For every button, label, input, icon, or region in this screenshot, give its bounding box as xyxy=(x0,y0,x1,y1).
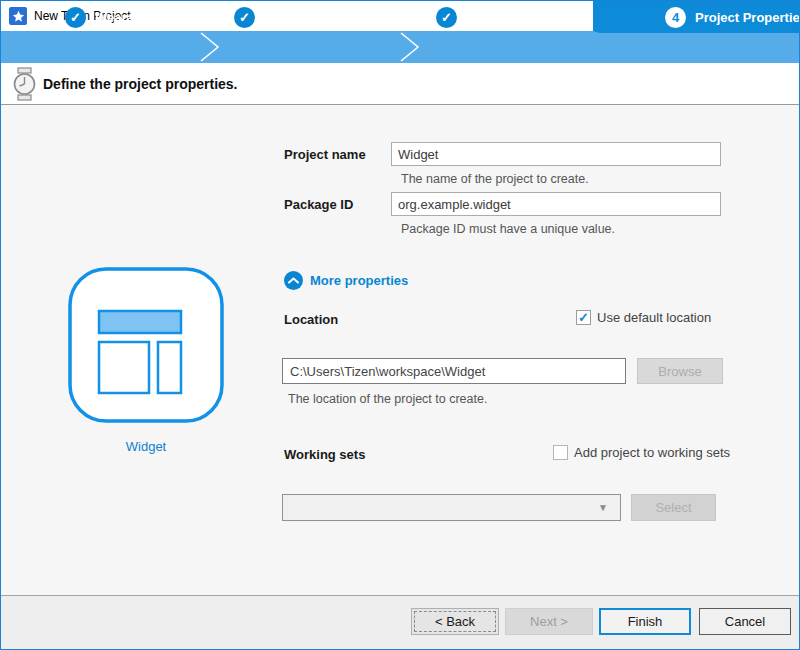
package-id-helper: Package ID must have a unique value. xyxy=(401,222,615,236)
project-name-helper: The name of the project to create. xyxy=(401,172,589,186)
back-button[interactable]: < Back xyxy=(411,608,499,635)
widget-preview-icon xyxy=(67,266,225,424)
chevron-up-icon xyxy=(284,271,303,290)
preview-label: Widget xyxy=(67,439,225,454)
package-id-input[interactable] xyxy=(391,192,721,216)
working-sets-dropdown[interactable]: ▼ xyxy=(282,494,621,521)
step-label: Project Properties xyxy=(695,10,800,25)
add-to-working-sets-label: Add project to working sets xyxy=(574,445,730,460)
wizard-header: Define the project properties. xyxy=(1,63,799,105)
unchecked-checkbox-icon xyxy=(553,445,568,460)
project-name-label: Project name xyxy=(284,147,366,162)
select-button[interactable]: Select xyxy=(631,494,716,521)
step-wearable[interactable]: ✓ Wearable v5.5 xyxy=(1,1,197,33)
more-properties-toggle[interactable]: More properties xyxy=(284,271,408,290)
step-label: Native xyxy=(264,10,303,25)
next-button[interactable]: Next > xyxy=(505,608,593,635)
add-to-working-sets-checkbox[interactable]: Add project to working sets xyxy=(553,445,730,460)
package-id-label: Package ID xyxy=(284,197,353,212)
step-arrow-separator xyxy=(593,31,645,63)
step-number-badge: 4 xyxy=(665,7,686,28)
step-widget[interactable]: ✓ Widget xyxy=(401,1,593,33)
location-label: Location xyxy=(284,312,338,327)
step-separator-chevron xyxy=(198,31,222,63)
more-properties-label: More properties xyxy=(310,273,408,288)
new-tizen-project-dialog: New Tizen Project — ✕ ✓ Wearable v5.5 ✓ … xyxy=(0,0,800,650)
wizard-description: Define the project properties. xyxy=(43,76,237,92)
check-icon: ✓ xyxy=(436,7,457,28)
step-native[interactable]: ✓ Native xyxy=(201,1,393,33)
working-sets-label: Working sets xyxy=(284,447,365,462)
step-separator-chevron xyxy=(398,31,422,63)
dropdown-arrow-icon: ▼ xyxy=(598,502,608,513)
check-icon: ✓ xyxy=(65,7,86,28)
use-default-location-label: Use default location xyxy=(597,310,711,325)
check-icon: ✓ xyxy=(234,7,255,28)
content-area: Widget Project name The name of the proj… xyxy=(1,105,799,595)
finish-button[interactable]: Finish xyxy=(599,608,691,635)
cancel-button[interactable]: Cancel xyxy=(699,608,791,635)
location-helper: The location of the project to create. xyxy=(288,392,487,406)
step-label: Wearable v5.5 xyxy=(95,10,185,25)
use-default-location-checkbox[interactable]: ✓ Use default location xyxy=(576,310,711,325)
watch-icon xyxy=(12,67,38,101)
checked-checkbox-icon: ✓ xyxy=(576,310,591,325)
step-label: Widget xyxy=(466,10,509,25)
browse-button[interactable]: Browse xyxy=(637,358,723,384)
project-name-input[interactable] xyxy=(391,142,721,166)
location-input[interactable] xyxy=(282,358,626,384)
step-project-properties[interactable]: 4 Project Properties xyxy=(593,1,800,33)
